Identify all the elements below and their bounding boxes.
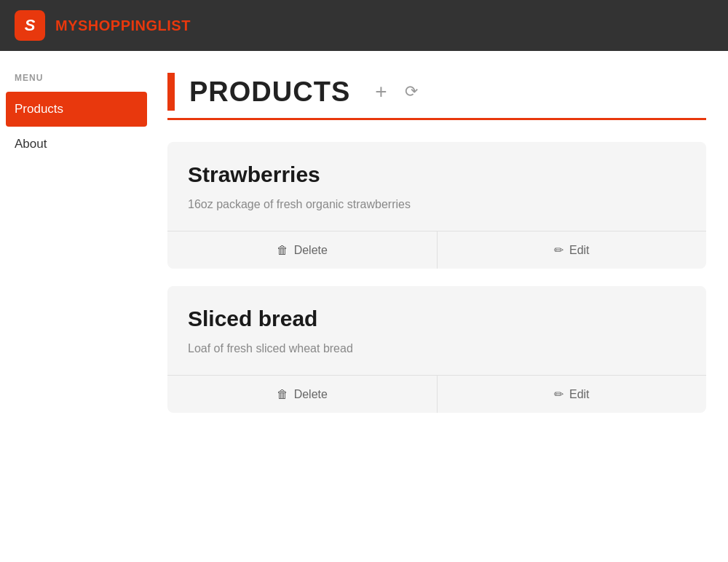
header-actions: + ⟳ <box>372 82 420 102</box>
product-name: Strawberries <box>188 162 686 187</box>
app-logo: S <box>15 10 45 41</box>
product-card: Sliced bread Loaf of fresh sliced wheat … <box>167 286 706 413</box>
product-name: Sliced bread <box>188 306 686 331</box>
delete-product-button[interactable]: 🗑 Delete <box>167 231 438 269</box>
card-actions: 🗑 Delete ✏ Edit <box>167 375 706 413</box>
edit-product-button[interactable]: ✏ Edit <box>438 376 707 413</box>
page-header: PRODUCTS + ⟳ <box>167 73 706 120</box>
refresh-button[interactable]: ⟳ <box>402 84 421 100</box>
sidebar-item-about[interactable]: About <box>0 127 153 162</box>
card-actions: 🗑 Delete ✏ Edit <box>167 231 706 269</box>
product-content: Sliced bread Loaf of fresh sliced wheat … <box>167 286 706 375</box>
refresh-icon: ⟳ <box>405 82 418 100</box>
product-content: Strawberries 16oz package of fresh organ… <box>167 142 706 231</box>
page-title: PRODUCTS <box>189 76 350 108</box>
main-layout: MENU Products About PRODUCTS + ⟳ <box>0 51 728 562</box>
product-description: Loaf of fresh sliced wheat bread <box>188 340 686 357</box>
sidebar: MENU Products About <box>0 51 153 562</box>
menu-label: MENU <box>0 73 153 83</box>
edit-product-button[interactable]: ✏ Edit <box>438 231 707 269</box>
add-product-button[interactable]: + <box>372 82 389 102</box>
sidebar-item-products[interactable]: Products <box>6 92 147 127</box>
main-content: PRODUCTS + ⟳ Strawberries 16oz package o… <box>153 51 728 562</box>
product-description: 16oz package of fresh organic strawberri… <box>188 196 686 213</box>
title-accent-bar <box>167 73 175 111</box>
trash-icon: 🗑 <box>277 388 288 401</box>
delete-product-button[interactable]: 🗑 Delete <box>167 376 438 413</box>
edit-icon: ✏ <box>554 387 563 401</box>
brand-name: MYSHOPPINGLIST <box>55 17 191 34</box>
app-header: S MYSHOPPINGLIST <box>0 0 728 51</box>
product-card: Strawberries 16oz package of fresh organ… <box>167 142 706 269</box>
edit-icon: ✏ <box>554 243 563 257</box>
trash-icon: 🗑 <box>277 244 288 257</box>
